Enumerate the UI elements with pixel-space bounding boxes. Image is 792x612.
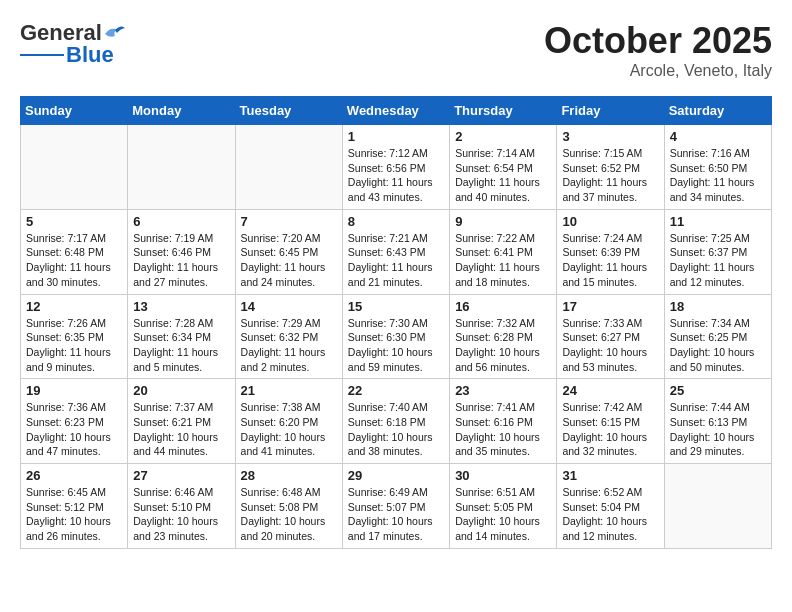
day-number: 22 [348,383,444,398]
calendar-week-row: 12Sunrise: 7:26 AM Sunset: 6:35 PM Dayli… [21,294,772,379]
day-info: Sunrise: 7:15 AM Sunset: 6:52 PM Dayligh… [562,146,658,205]
day-info: Sunrise: 7:38 AM Sunset: 6:20 PM Dayligh… [241,400,337,459]
calendar-cell [128,125,235,210]
day-info: Sunrise: 7:40 AM Sunset: 6:18 PM Dayligh… [348,400,444,459]
day-number: 28 [241,468,337,483]
calendar-cell: 9Sunrise: 7:22 AM Sunset: 6:41 PM Daylig… [450,209,557,294]
calendar-cell: 21Sunrise: 7:38 AM Sunset: 6:20 PM Dayli… [235,379,342,464]
calendar-table: SundayMondayTuesdayWednesdayThursdayFrid… [20,96,772,549]
day-info: Sunrise: 7:14 AM Sunset: 6:54 PM Dayligh… [455,146,551,205]
calendar-cell: 24Sunrise: 7:42 AM Sunset: 6:15 PM Dayli… [557,379,664,464]
header-wednesday: Wednesday [342,97,449,125]
day-info: Sunrise: 7:29 AM Sunset: 6:32 PM Dayligh… [241,316,337,375]
calendar-cell: 11Sunrise: 7:25 AM Sunset: 6:37 PM Dayli… [664,209,771,294]
day-number: 20 [133,383,229,398]
day-info: Sunrise: 7:19 AM Sunset: 6:46 PM Dayligh… [133,231,229,290]
calendar-cell: 29Sunrise: 6:49 AM Sunset: 5:07 PM Dayli… [342,464,449,549]
day-number: 4 [670,129,766,144]
day-info: Sunrise: 7:28 AM Sunset: 6:34 PM Dayligh… [133,316,229,375]
day-number: 13 [133,299,229,314]
day-info: Sunrise: 6:49 AM Sunset: 5:07 PM Dayligh… [348,485,444,544]
calendar-week-row: 26Sunrise: 6:45 AM Sunset: 5:12 PM Dayli… [21,464,772,549]
day-number: 1 [348,129,444,144]
calendar-cell: 30Sunrise: 6:51 AM Sunset: 5:05 PM Dayli… [450,464,557,549]
day-info: Sunrise: 7:25 AM Sunset: 6:37 PM Dayligh… [670,231,766,290]
day-number: 9 [455,214,551,229]
day-info: Sunrise: 7:34 AM Sunset: 6:25 PM Dayligh… [670,316,766,375]
calendar-cell: 16Sunrise: 7:32 AM Sunset: 6:28 PM Dayli… [450,294,557,379]
day-number: 16 [455,299,551,314]
header-saturday: Saturday [664,97,771,125]
day-number: 27 [133,468,229,483]
day-number: 8 [348,214,444,229]
day-number: 29 [348,468,444,483]
header-monday: Monday [128,97,235,125]
day-info: Sunrise: 7:22 AM Sunset: 6:41 PM Dayligh… [455,231,551,290]
calendar-cell: 3Sunrise: 7:15 AM Sunset: 6:52 PM Daylig… [557,125,664,210]
day-info: Sunrise: 6:51 AM Sunset: 5:05 PM Dayligh… [455,485,551,544]
calendar-cell: 20Sunrise: 7:37 AM Sunset: 6:21 PM Dayli… [128,379,235,464]
calendar-cell: 22Sunrise: 7:40 AM Sunset: 6:18 PM Dayli… [342,379,449,464]
day-number: 18 [670,299,766,314]
calendar-cell: 10Sunrise: 7:24 AM Sunset: 6:39 PM Dayli… [557,209,664,294]
day-number: 21 [241,383,337,398]
month-title: October 2025 [544,20,772,62]
calendar-cell: 28Sunrise: 6:48 AM Sunset: 5:08 PM Dayli… [235,464,342,549]
day-number: 23 [455,383,551,398]
day-number: 26 [26,468,122,483]
logo-bird-icon [103,24,125,42]
day-number: 12 [26,299,122,314]
day-info: Sunrise: 7:20 AM Sunset: 6:45 PM Dayligh… [241,231,337,290]
day-info: Sunrise: 7:37 AM Sunset: 6:21 PM Dayligh… [133,400,229,459]
calendar-cell: 25Sunrise: 7:44 AM Sunset: 6:13 PM Dayli… [664,379,771,464]
header-sunday: Sunday [21,97,128,125]
day-info: Sunrise: 7:12 AM Sunset: 6:56 PM Dayligh… [348,146,444,205]
day-info: Sunrise: 7:17 AM Sunset: 6:48 PM Dayligh… [26,231,122,290]
day-info: Sunrise: 6:52 AM Sunset: 5:04 PM Dayligh… [562,485,658,544]
day-info: Sunrise: 7:33 AM Sunset: 6:27 PM Dayligh… [562,316,658,375]
calendar-cell: 19Sunrise: 7:36 AM Sunset: 6:23 PM Dayli… [21,379,128,464]
calendar-cell: 1Sunrise: 7:12 AM Sunset: 6:56 PM Daylig… [342,125,449,210]
location: Arcole, Veneto, Italy [544,62,772,80]
day-info: Sunrise: 7:32 AM Sunset: 6:28 PM Dayligh… [455,316,551,375]
header-friday: Friday [557,97,664,125]
day-number: 2 [455,129,551,144]
day-number: 25 [670,383,766,398]
calendar-cell: 12Sunrise: 7:26 AM Sunset: 6:35 PM Dayli… [21,294,128,379]
calendar-cell: 14Sunrise: 7:29 AM Sunset: 6:32 PM Dayli… [235,294,342,379]
calendar-cell: 13Sunrise: 7:28 AM Sunset: 6:34 PM Dayli… [128,294,235,379]
header-thursday: Thursday [450,97,557,125]
day-number: 6 [133,214,229,229]
day-number: 17 [562,299,658,314]
day-info: Sunrise: 7:26 AM Sunset: 6:35 PM Dayligh… [26,316,122,375]
calendar-week-row: 1Sunrise: 7:12 AM Sunset: 6:56 PM Daylig… [21,125,772,210]
page-header: General Blue October 2025 Arcole, Veneto… [20,20,772,80]
day-info: Sunrise: 6:45 AM Sunset: 5:12 PM Dayligh… [26,485,122,544]
day-info: Sunrise: 7:44 AM Sunset: 6:13 PM Dayligh… [670,400,766,459]
day-info: Sunrise: 7:24 AM Sunset: 6:39 PM Dayligh… [562,231,658,290]
calendar-header-row: SundayMondayTuesdayWednesdayThursdayFrid… [21,97,772,125]
day-number: 24 [562,383,658,398]
calendar-week-row: 5Sunrise: 7:17 AM Sunset: 6:48 PM Daylig… [21,209,772,294]
day-info: Sunrise: 7:41 AM Sunset: 6:16 PM Dayligh… [455,400,551,459]
calendar-week-row: 19Sunrise: 7:36 AM Sunset: 6:23 PM Dayli… [21,379,772,464]
calendar-cell [664,464,771,549]
calendar-cell: 5Sunrise: 7:17 AM Sunset: 6:48 PM Daylig… [21,209,128,294]
calendar-cell: 17Sunrise: 7:33 AM Sunset: 6:27 PM Dayli… [557,294,664,379]
day-number: 3 [562,129,658,144]
day-number: 30 [455,468,551,483]
calendar-cell: 31Sunrise: 6:52 AM Sunset: 5:04 PM Dayli… [557,464,664,549]
day-number: 11 [670,214,766,229]
header-tuesday: Tuesday [235,97,342,125]
calendar-cell: 7Sunrise: 7:20 AM Sunset: 6:45 PM Daylig… [235,209,342,294]
day-number: 19 [26,383,122,398]
calendar-cell: 26Sunrise: 6:45 AM Sunset: 5:12 PM Dayli… [21,464,128,549]
day-info: Sunrise: 7:36 AM Sunset: 6:23 PM Dayligh… [26,400,122,459]
calendar-cell: 18Sunrise: 7:34 AM Sunset: 6:25 PM Dayli… [664,294,771,379]
day-number: 15 [348,299,444,314]
calendar-cell: 15Sunrise: 7:30 AM Sunset: 6:30 PM Dayli… [342,294,449,379]
day-number: 5 [26,214,122,229]
calendar-cell: 23Sunrise: 7:41 AM Sunset: 6:16 PM Dayli… [450,379,557,464]
calendar-cell: 4Sunrise: 7:16 AM Sunset: 6:50 PM Daylig… [664,125,771,210]
day-number: 14 [241,299,337,314]
